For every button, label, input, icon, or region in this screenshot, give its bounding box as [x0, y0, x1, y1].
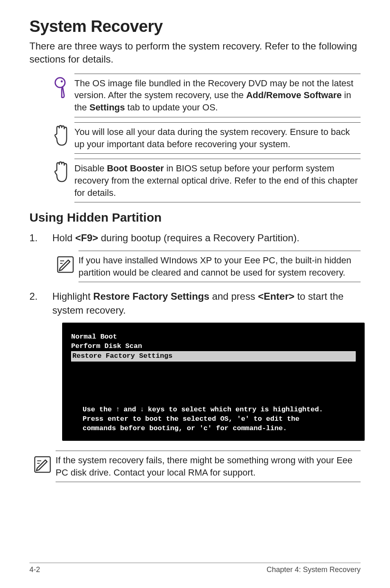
- note-pencil-icon: [52, 251, 78, 276]
- boot-hint-line3: commands before booting, or 'c' for comm…: [71, 424, 356, 433]
- warning1-text: You will lose all your data during the s…: [74, 122, 361, 154]
- boot-menu-screenshot: Normal BootPerform Disk ScanRestore Fact…: [62, 323, 365, 441]
- tip-text: The OS image file bundled in the Recover…: [74, 74, 361, 117]
- page-footer: 4-2 Chapter 4: System Recovery: [29, 563, 361, 574]
- boot-hint-line2: Press enter to boot the selected OS, 'e'…: [71, 415, 356, 424]
- step-1: 1. Hold <F9> during bootup (requires a R…: [29, 231, 361, 245]
- tip-notice: The OS image file bundled in the Recover…: [48, 74, 361, 117]
- svg-point-1: [61, 80, 63, 82]
- stop-hand-icon: [48, 122, 74, 148]
- svg-point-0: [55, 78, 65, 88]
- step1-note-text: If you have installed WIndows XP to your…: [78, 251, 361, 282]
- step-text: Highlight Restore Factory Settings and p…: [52, 290, 361, 317]
- stop-hand-icon: [48, 159, 74, 184]
- warning2-text: Disable Boot Booster in BIOS setup befor…: [74, 159, 361, 202]
- page-number: 4-2: [29, 566, 40, 574]
- step-2: 2. Highlight Restore Factory Settings an…: [29, 290, 361, 317]
- step-number: 2.: [29, 290, 52, 317]
- step-number: 1.: [29, 231, 52, 245]
- step1-note: If you have installed WIndows XP to your…: [52, 251, 361, 282]
- boot-menu-item: Perform Disk Scan: [71, 342, 356, 351]
- magnifier-icon: [48, 74, 74, 99]
- note-pencil-icon: [29, 451, 56, 476]
- final-note: If the system recovery fails, there migh…: [29, 451, 361, 482]
- boot-menu-item: Restore Factory Settings: [71, 351, 356, 361]
- page-title: System Recovery: [29, 17, 361, 36]
- boot-menu-item: Normal Boot: [71, 332, 356, 342]
- final-note-text: If the system recovery fails, there migh…: [56, 451, 361, 482]
- intro-paragraph: There are three ways to perform the syst…: [29, 40, 361, 66]
- subheading: Using Hidden Partition: [29, 211, 361, 224]
- chapter-label: Chapter 4: System Recovery: [267, 566, 361, 574]
- warning-notice-1: You will lose all your data during the s…: [48, 122, 361, 154]
- step-text: Hold <F9> during bootup (requires a Reco…: [52, 231, 361, 245]
- boot-hint-line1: Use the ↑ and ↓ keys to select which ent…: [71, 405, 356, 415]
- warning-notice-2: Disable Boot Booster in BIOS setup befor…: [48, 159, 361, 202]
